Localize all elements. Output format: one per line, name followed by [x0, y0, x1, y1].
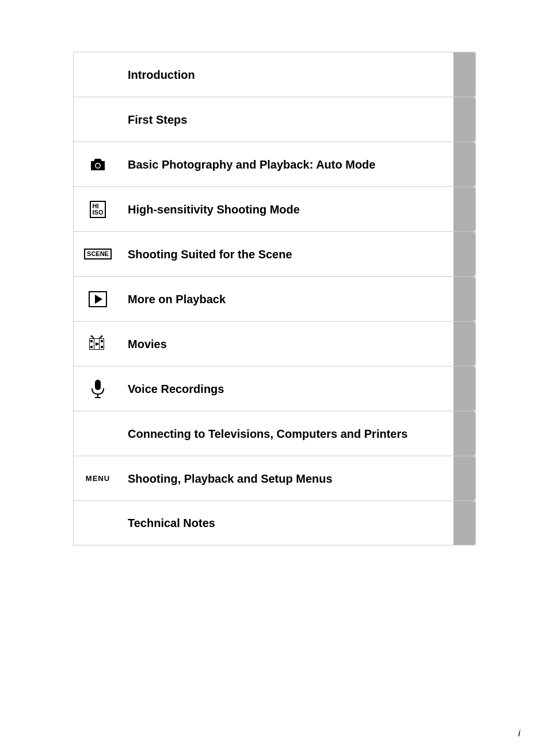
toc-label-first-steps: First Steps — [128, 113, 187, 127]
playback-triangle — [95, 295, 102, 304]
playback-icon — [85, 291, 110, 307]
toc-label-introduction: Introduction — [128, 68, 195, 82]
toc-tab-voice-recordings — [453, 366, 475, 411]
toc-label-shooting-scene: Shooting Suited for the Scene — [128, 247, 292, 261]
toc-row-menus[interactable]: MENU Shooting, Playback and Setup Menus — [73, 456, 476, 501]
toc-content-first-steps: First Steps — [74, 97, 453, 142]
iso-icon: HIISO — [85, 201, 110, 218]
toc-row-high-sensitivity[interactable]: HIISO High-sensitivity Shooting Mode — [73, 186, 476, 231]
toc-row-first-steps[interactable]: First Steps — [73, 97, 476, 142]
menu-icon: MENU — [85, 474, 110, 483]
toc-tab-technical-notes — [453, 501, 475, 545]
toc-row-connecting[interactable]: Connecting to Televisions, Computers and… — [73, 411, 476, 456]
toc-row-more-playback[interactable]: More on Playback — [73, 276, 476, 321]
toc-tab-more-playback — [453, 277, 475, 321]
camera-icon — [85, 156, 110, 173]
toc-tab-introduction — [453, 52, 475, 97]
toc-content-voice-recordings: Voice Recordings — [74, 366, 453, 411]
movie-icon — [85, 335, 110, 353]
playback-icon-box — [89, 291, 107, 307]
page-number: i — [518, 728, 520, 739]
toc-tab-menus — [453, 456, 475, 501]
toc-content-menus: MENU Shooting, Playback and Setup Menus — [74, 456, 453, 501]
toc-label-high-sensitivity: High-sensitivity Shooting Mode — [128, 203, 300, 216]
toc-content-shooting-scene: SCENE Shooting Suited for the Scene — [74, 232, 453, 276]
scene-icon-text: SCENE — [84, 249, 112, 259]
toc-label-movies: Movies — [128, 337, 167, 351]
toc-tab-shooting-scene — [453, 232, 475, 276]
toc-row-technical-notes[interactable]: Technical Notes — [73, 501, 476, 545]
toc-content-introduction: Introduction — [74, 52, 453, 97]
toc-label-connecting: Connecting to Televisions, Computers and… — [128, 427, 407, 441]
toc-label-menus: Shooting, Playback and Setup Menus — [128, 472, 333, 486]
iso-icon-text: HIISO — [90, 201, 106, 218]
svg-rect-5 — [90, 346, 93, 348]
toc-row-basic-photography[interactable]: Basic Photography and Playback: Auto Mod… — [73, 142, 476, 186]
scene-icon: SCENE — [85, 249, 110, 259]
toc-content-movies: Movies — [74, 322, 453, 366]
svg-rect-7 — [101, 346, 103, 348]
svg-rect-8 — [94, 339, 94, 349]
toc-label-voice-recordings: Voice Recordings — [128, 382, 224, 396]
page: Introduction First Steps — [0, 0, 549, 756]
toc-content-connecting: Connecting to Televisions, Computers and… — [74, 411, 453, 456]
toc-row-introduction[interactable]: Introduction — [73, 52, 476, 97]
toc-tab-first-steps — [453, 97, 475, 142]
svg-rect-4 — [90, 340, 93, 342]
svg-point-1 — [96, 163, 100, 167]
toc-label-more-playback: More on Playback — [128, 292, 226, 306]
toc-content-technical-notes: Technical Notes — [74, 501, 453, 545]
toc-tab-basic-photography — [453, 142, 475, 186]
mic-icon — [85, 379, 110, 399]
toc-content-more-playback: More on Playback — [74, 277, 453, 321]
toc-container: Introduction First Steps — [73, 52, 476, 545]
menu-icon-text: MENU — [86, 474, 110, 483]
toc-label-technical-notes: Technical Notes — [128, 516, 215, 530]
svg-rect-6 — [101, 340, 103, 342]
toc-tab-movies — [453, 322, 475, 366]
toc-row-voice-recordings[interactable]: Voice Recordings — [73, 366, 476, 411]
toc-label-basic-photography: Basic Photography and Playback: Auto Mod… — [128, 158, 375, 171]
toc-row-shooting-scene[interactable]: SCENE Shooting Suited for the Scene — [73, 231, 476, 276]
toc-content-basic-photography: Basic Photography and Playback: Auto Mod… — [74, 142, 453, 186]
toc-row-movies[interactable]: Movies — [73, 321, 476, 366]
toc-content-high-sensitivity: HIISO High-sensitivity Shooting Mode — [74, 187, 453, 231]
toc-tab-high-sensitivity — [453, 187, 475, 231]
toc-tab-connecting — [453, 411, 475, 456]
svg-rect-15 — [95, 380, 101, 390]
